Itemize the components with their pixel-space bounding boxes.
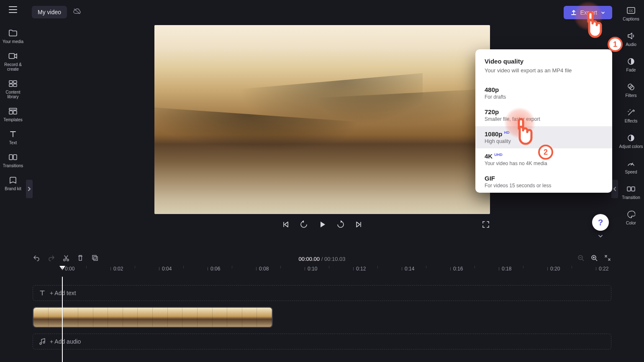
expand-left-panel-button[interactable] — [26, 180, 33, 198]
zoom-fit-button[interactable] — [604, 254, 611, 263]
skip-end-button[interactable] — [354, 220, 363, 230]
quality-option-4k[interactable]: 4KUHD Your video has no 4K media — [475, 148, 612, 171]
zoom-out-button[interactable] — [577, 254, 585, 263]
brand-kit-icon — [8, 176, 18, 185]
quality-option-720p[interactable]: 720p Smaller file, faster export — [475, 104, 612, 126]
export-button[interactable]: Export — [564, 6, 612, 19]
undo-button[interactable] — [33, 255, 40, 263]
nav-label: Effects — [625, 119, 637, 123]
panel-color[interactable]: Color — [626, 210, 636, 225]
add-text-track-button[interactable]: + Add text — [33, 285, 611, 301]
delete-button[interactable] — [77, 254, 84, 263]
ruler-tick: 0:16 — [450, 266, 463, 272]
nav-label: Text — [9, 140, 17, 145]
nav-label: Transitions — [3, 163, 23, 168]
panel-captions[interactable]: CC Captions — [623, 6, 639, 21]
svg-line-19 — [582, 259, 584, 261]
nav-record-create[interactable]: Record & create — [0, 51, 26, 71]
help-button[interactable]: ? — [592, 214, 609, 231]
panel-adjust-colors[interactable]: Adjust colors — [619, 133, 643, 149]
camera-icon — [8, 51, 18, 61]
contrast-icon — [626, 133, 636, 143]
text-icon — [39, 290, 46, 296]
filters-icon — [626, 82, 636, 92]
svg-rect-6 — [9, 84, 13, 87]
text-icon — [8, 130, 18, 139]
ruler-tick: 0:06 — [208, 266, 220, 272]
quality-option-gif[interactable]: GIF For videos 15 seconds or less — [475, 171, 612, 193]
svg-rect-3 — [9, 54, 15, 59]
svg-point-14 — [64, 259, 65, 261]
fullscreen-button[interactable] — [482, 220, 490, 230]
speaker-icon — [626, 31, 636, 41]
timeline-toolbar: 00:00.00 / 00:10.03 — [26, 252, 618, 266]
hamburger-menu-button[interactable] — [8, 6, 18, 14]
help-chevron-down[interactable] — [592, 232, 609, 240]
cloud-off-icon[interactable] — [73, 8, 81, 16]
svg-rect-10 — [13, 111, 17, 114]
zoom-in-button[interactable] — [590, 254, 598, 263]
nav-label: Record & create — [0, 62, 26, 71]
right-sidebar: CC Captions Audio Fade Filters Effects A… — [618, 0, 644, 362]
audio-track: + Add audio — [33, 334, 611, 349]
svg-rect-32 — [631, 187, 635, 191]
svg-rect-12 — [13, 155, 17, 160]
project-title-tab[interactable]: My video — [32, 6, 67, 18]
svg-rect-11 — [9, 155, 13, 160]
rewind-button[interactable] — [299, 220, 308, 231]
nav-label: Filters — [625, 93, 636, 98]
player-controls — [154, 214, 490, 237]
nav-brand-kit[interactable]: Brand kit — [5, 176, 21, 191]
quality-option-480p[interactable]: 480p For drafts — [475, 82, 612, 104]
nav-label: Captions — [623, 17, 639, 21]
export-quality-popover: Video quality Your video will export as … — [475, 49, 612, 193]
export-label: Export — [580, 9, 597, 16]
panel-filters[interactable]: Filters — [625, 82, 636, 98]
nav-label: Brand kit — [5, 186, 21, 191]
folder-icon — [8, 28, 18, 38]
captions-icon: CC — [626, 6, 636, 15]
svg-text:CC: CC — [629, 9, 633, 12]
chevron-down-icon — [600, 10, 606, 15]
play-button[interactable] — [318, 220, 327, 231]
quality-option-1080p[interactable]: 1080pHD High quality — [475, 126, 612, 148]
forward-button[interactable] — [336, 220, 345, 231]
skip-start-button[interactable] — [282, 220, 290, 230]
ruler-tick: 0:12 — [353, 266, 366, 272]
nav-your-media[interactable]: Your media — [3, 28, 23, 44]
magic-wand-icon — [626, 108, 636, 117]
video-track — [33, 307, 611, 328]
split-button[interactable] — [63, 254, 69, 263]
panel-speed[interactable]: Speed — [625, 159, 637, 174]
svg-rect-17 — [94, 257, 97, 260]
expand-right-panel-button[interactable] — [611, 180, 618, 198]
panel-audio[interactable]: Audio — [626, 31, 636, 47]
timecode: 00:00.00 / 00:10.03 — [298, 256, 345, 262]
svg-rect-31 — [627, 187, 631, 191]
preview-area: Video quality Your video will export as … — [26, 24, 618, 252]
svg-rect-9 — [9, 111, 13, 114]
transition-icon — [626, 184, 636, 194]
svg-rect-5 — [13, 81, 17, 83]
video-preview[interactable] — [154, 25, 490, 214]
panel-transition[interactable]: Transition — [622, 184, 640, 200]
timeline-ruler[interactable]: 0:000:020:040:060:080:100:120:140:160:18… — [26, 266, 618, 277]
nav-transitions[interactable]: Transitions — [3, 153, 23, 168]
duplicate-button[interactable] — [91, 254, 99, 263]
svg-rect-4 — [9, 81, 13, 83]
nav-content-library[interactable]: Content library — [0, 79, 26, 99]
ruler-tick: 0:18 — [499, 266, 511, 272]
video-clip[interactable] — [33, 307, 273, 328]
redo-button[interactable] — [48, 255, 55, 263]
panel-fade[interactable]: Fade — [626, 57, 636, 72]
nav-label: Adjust colors — [619, 144, 643, 149]
nav-templates[interactable]: Templates — [3, 107, 23, 122]
playhead-line[interactable] — [62, 277, 63, 362]
panel-effects[interactable]: Effects — [625, 108, 637, 123]
speedometer-icon — [626, 159, 636, 168]
ruler-tick: 0:14 — [402, 266, 414, 272]
add-audio-track-button[interactable]: + Add audio — [33, 334, 611, 349]
svg-rect-16 — [92, 255, 96, 259]
music-icon — [39, 338, 46, 345]
nav-text[interactable]: Text — [8, 130, 18, 145]
